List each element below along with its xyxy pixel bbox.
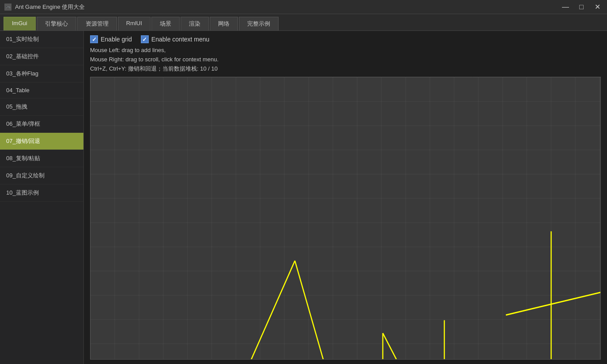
- sidebar-item-0[interactable]: 01_实时绘制: [0, 31, 83, 48]
- titlebar: 🐜 Ant Game Engine 使用大全 — □ ✕: [0, 0, 607, 14]
- drawing-svg: [90, 77, 600, 359]
- titlebar-title: Ant Game Engine 使用大全: [15, 3, 85, 11]
- svg-line-0: [209, 261, 295, 359]
- info-line3: Ctrl+Z, Ctrl+Y: 撤销和回退；当前数据堆栈: 10 / 10: [90, 64, 601, 74]
- enable-grid-check[interactable]: [90, 35, 98, 43]
- sidebar-item-3[interactable]: 04_Table: [0, 83, 83, 98]
- enable-context-menu-label: Enable context menu: [151, 36, 210, 43]
- svg-line-1: [295, 261, 350, 359]
- enable-context-menu-check[interactable]: [141, 35, 149, 43]
- top-navigation: ImGui引擎核心资源管理RmlUI场景渲染网络完整示例: [0, 14, 607, 31]
- minimize-button[interactable]: —: [560, 2, 571, 12]
- sidebar-item-8[interactable]: 09_自定义绘制: [0, 167, 83, 184]
- info-line2: Mouse Right: drag to scroll, click for c…: [90, 55, 601, 64]
- titlebar-left: 🐜 Ant Game Engine 使用大全: [4, 3, 85, 11]
- content-area: Enable grid Enable context menu Mouse Le…: [84, 31, 607, 364]
- nav-tab-7[interactable]: 完整示例: [239, 17, 279, 30]
- enable-grid-label: Enable grid: [101, 36, 132, 43]
- nav-tab-5[interactable]: 渲染: [181, 17, 209, 30]
- nav-tab-2[interactable]: 资源管理: [77, 17, 117, 30]
- sidebar-item-1[interactable]: 02_基础控件: [0, 48, 83, 65]
- sidebar-item-4[interactable]: 05_拖拽: [0, 98, 83, 116]
- titlebar-controls: — □ ✕: [560, 2, 603, 12]
- nav-tab-0[interactable]: ImGui: [4, 17, 36, 30]
- enable-context-menu-checkbox[interactable]: Enable context menu: [141, 35, 210, 43]
- main-layout: 01_实时绘制02_基础控件03_各种Flag04_Table05_拖拽06_菜…: [0, 31, 607, 364]
- drawing-canvas[interactable]: [90, 77, 601, 360]
- app-icon: 🐜: [4, 4, 11, 11]
- sidebar-item-5[interactable]: 06_菜单/弹框: [0, 116, 83, 133]
- info-line1: Mouse Left: drag to add lines,: [90, 46, 601, 55]
- controls-bar: Enable grid Enable context menu: [90, 35, 601, 43]
- nav-tab-4[interactable]: 场景: [151, 17, 180, 30]
- sidebar-item-2[interactable]: 03_各种Flag: [0, 65, 83, 83]
- nav-tab-3[interactable]: RmlUI: [118, 17, 151, 30]
- nav-tab-1[interactable]: 引擎核心: [37, 17, 76, 30]
- sidebar-item-9[interactable]: 10_蓝图示例: [0, 184, 83, 202]
- svg-line-4: [383, 333, 444, 359]
- nav-tab-6[interactable]: 网络: [210, 17, 238, 30]
- close-button[interactable]: ✕: [592, 2, 603, 12]
- enable-grid-checkbox[interactable]: Enable grid: [90, 35, 132, 43]
- sidebar-item-7[interactable]: 08_复制/粘贴: [0, 150, 83, 167]
- maximize-button[interactable]: □: [576, 2, 587, 12]
- sidebar-item-6[interactable]: 07_撤销/回退: [0, 133, 83, 150]
- sidebar: 01_实时绘制02_基础控件03_各种Flag04_Table05_拖拽06_菜…: [0, 31, 84, 364]
- svg-line-7: [506, 288, 600, 315]
- info-text: Mouse Left: drag to add lines, Mouse Rig…: [90, 46, 601, 73]
